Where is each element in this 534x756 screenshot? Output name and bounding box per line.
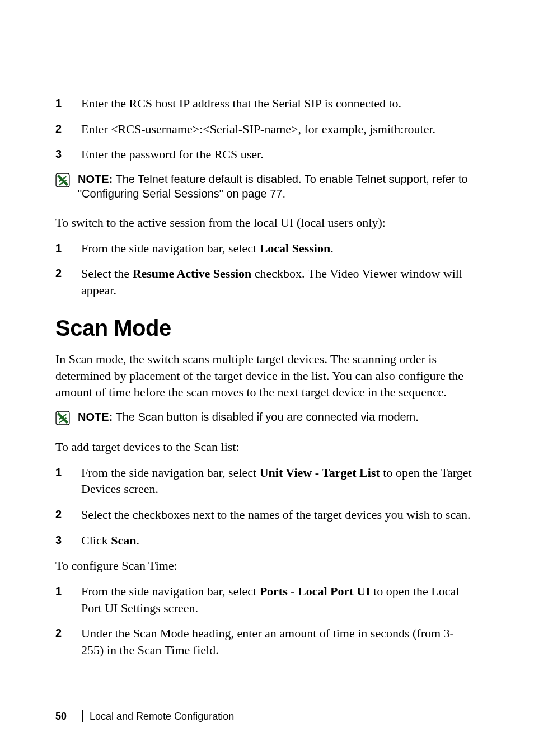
step-list-4-item-1: 1 From the side navigation bar, select P…: [55, 583, 485, 616]
page: 1 Enter the RCS host IP address that the…: [0, 0, 534, 756]
step-number: 3: [55, 146, 79, 162]
step-text: Select the checkboxes next to the names …: [81, 506, 473, 523]
step-number: 2: [55, 265, 79, 281]
note-text: NOTE: The Scan button is disabled if you…: [78, 410, 481, 424]
text-pre: From the side navigation bar, select: [81, 584, 260, 598]
paragraph-scan-mode-intro: In Scan mode, the switch scans multiple …: [55, 351, 485, 401]
text-bold: Ports - Local Port UI: [260, 584, 371, 598]
step-list-3-item-2: 2 Select the checkboxes next to the name…: [55, 506, 485, 523]
note-label: NOTE:: [78, 411, 113, 423]
step-text: Under the Scan Mode heading, enter an am…: [81, 625, 473, 658]
step-list-3-item-3: 3 Click Scan.: [55, 532, 485, 549]
footer-divider: [82, 710, 83, 722]
step-text: From the side navigation bar, select Por…: [81, 583, 473, 616]
text-post: .: [330, 241, 334, 255]
note-body: The Scan button is disabled if you are c…: [113, 411, 419, 423]
step-list-2-item-1: 1 From the side navigation bar, select L…: [55, 240, 485, 257]
heading-scan-mode: Scan Mode: [55, 316, 485, 341]
step-number: 2: [55, 625, 79, 641]
step-text: From the side navigation bar, select Loc…: [81, 240, 473, 257]
step-number: 1: [55, 583, 79, 599]
note-scan-button: NOTE: The Scan button is disabled if you…: [55, 410, 485, 425]
text-post: .: [136, 533, 139, 547]
step-list-2-item-2: 2 Select the Resume Active Session check…: [55, 265, 485, 298]
footer-section-title: Local and Remote Configuration: [90, 711, 234, 722]
step-text: Enter the password for the RCS user.: [81, 146, 473, 163]
step-text: Select the Resume Active Session checkbo…: [81, 265, 473, 298]
step-text: Enter <RCS-username>:<Serial-SIP-name>, …: [81, 121, 473, 138]
note-telnet: NOTE: The Telnet feature default is disa…: [55, 172, 485, 201]
step-list-1-item-3: 3 Enter the password for the RCS user.: [55, 146, 485, 163]
step-text: Enter the RCS host IP address that the S…: [81, 95, 473, 112]
note-icon: [55, 173, 70, 187]
note-body: The Telnet feature default is disabled. …: [78, 173, 468, 200]
step-number: 2: [55, 121, 79, 137]
text-pre: From the side navigation bar, select: [81, 241, 260, 255]
step-list-3-item-1: 1 From the side navigation bar, select U…: [55, 464, 485, 497]
text-pre: Click: [81, 533, 111, 547]
text-bold: Scan: [111, 533, 136, 547]
paragraph-configure-scan-time: To configure Scan Time:: [55, 557, 485, 574]
text-pre: From the side navigation bar, select: [81, 466, 260, 480]
page-number: 50: [55, 711, 67, 722]
note-text: NOTE: The Telnet feature default is disa…: [78, 172, 481, 201]
step-number: 1: [55, 95, 79, 111]
page-footer: 50 Local and Remote Configuration: [55, 710, 234, 722]
step-text: From the side navigation bar, select Uni…: [81, 464, 473, 497]
text-pre: Select the: [81, 266, 133, 280]
note-label: NOTE:: [78, 173, 113, 185]
step-number: 3: [55, 532, 79, 548]
text-bold: Unit View - Target List: [260, 466, 380, 480]
note-icon: [55, 411, 70, 425]
paragraph-add-targets: To add target devices to the Scan list:: [55, 439, 485, 456]
step-number: 2: [55, 506, 79, 522]
step-number: 1: [55, 240, 79, 256]
step-list-1-item-2: 2 Enter <RCS-username>:<Serial-SIP-name>…: [55, 121, 485, 138]
step-number: 1: [55, 464, 79, 480]
step-list-1-item-1: 1 Enter the RCS host IP address that the…: [55, 95, 485, 112]
text-bold: Resume Active Session: [133, 266, 252, 280]
text-bold: Local Session: [260, 241, 331, 255]
step-text: Click Scan.: [81, 532, 473, 549]
step-list-4-item-2: 2 Under the Scan Mode heading, enter an …: [55, 625, 485, 658]
paragraph-switch-active: To switch to the active session from the…: [55, 214, 485, 231]
